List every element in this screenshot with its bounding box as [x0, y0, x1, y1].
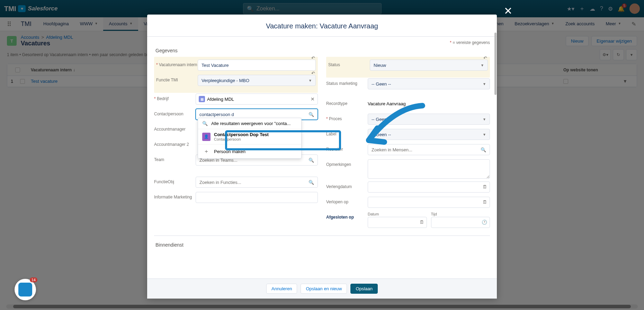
date-verlengdatum[interactable] [368, 181, 490, 193]
user-avatar[interactable] [629, 3, 640, 14]
chevron-down-icon: ▼ [481, 63, 484, 67]
salesforce-icon[interactable]: ☁ [590, 6, 595, 12]
edit-nav-pencil-icon[interactable]: ✎ [627, 17, 641, 31]
chevron-down-icon: ▼ [129, 22, 133, 25]
label-recruiter: Recruiter [326, 144, 368, 152]
setup-gear-icon[interactable]: ⚙ [608, 6, 613, 12]
help-icon[interactable]: ? [600, 6, 603, 12]
chevron-down-icon: ▼ [483, 82, 486, 86]
select-functie-tmi[interactable]: Verpleegkundige - MBO▼ [198, 75, 316, 86]
favorites-icon[interactable]: ★▾ [567, 6, 574, 12]
nav-bezoekverslagen[interactable]: Bezoekverslagen▼ [509, 17, 560, 31]
label-proces: * Proces [326, 114, 368, 121]
autocomplete-result-item[interactable]: 👤 Contactpersoon Dop Test Contactpersoon [198, 129, 301, 144]
label-status-marketing: Status marketing [326, 78, 368, 86]
save-and-new-button[interactable]: Opslaan en nieuw [301, 284, 347, 294]
list-settings-gear-icon[interactable]: ⚙▾ [600, 49, 611, 60]
heart-icon: ♥ [18, 5, 26, 12]
assist-heart-icon [18, 283, 32, 296]
label-vacaturenaam: * Vacaturenaam intern [156, 60, 198, 67]
row-checkbox[interactable] [20, 79, 25, 84]
col-op-website[interactable]: Op website tonen [561, 68, 623, 72]
nav-www[interactable]: WWW▼ [74, 17, 104, 31]
header-utility-icons: ★▾ ＋ ☁ ? ⚙ 🔔5 [567, 3, 640, 14]
row-website-checkbox[interactable] [563, 79, 568, 84]
notifications-bell-icon[interactable]: 🔔5 [618, 6, 625, 12]
lookup-functieobj[interactable]: Zoeken in Functies...🔍 [196, 177, 318, 188]
row-number: 1 [11, 79, 13, 84]
logo-salesforce: Salesforce [28, 5, 57, 12]
breadcrumb-afdeling[interactable]: Afdeling MDL [46, 35, 73, 40]
search-icon: 🔍 [308, 180, 314, 185]
global-search-input[interactable]: 🔍 Zoeken... [243, 3, 382, 14]
account-icon: ▦ [199, 96, 205, 102]
textarea-opmerkingen[interactable] [368, 159, 490, 179]
date-afgesloten-datum[interactable] [368, 217, 427, 228]
clock-icon[interactable]: 🕐 [482, 220, 487, 225]
calendar-icon[interactable]: 🗓 [483, 184, 487, 189]
label-status: Status [328, 60, 370, 67]
modal-close-icon[interactable]: ✕ [504, 5, 512, 17]
date-verlopen-op[interactable] [368, 197, 490, 208]
filter-icon[interactable]: ▾ [626, 49, 637, 60]
assistant-bubble[interactable]: 14 [15, 279, 36, 300]
select-status[interactable]: Nieuw▼ [370, 60, 488, 71]
time-afgesloten-tijd[interactable] [431, 217, 490, 228]
label-team: Team [154, 154, 196, 162]
refresh-icon[interactable]: ↻ [613, 49, 624, 60]
label-opmerkingen: Opmerkingen [326, 159, 368, 167]
assist-badge: 14 [30, 277, 37, 282]
input-informatie-marketing[interactable] [196, 192, 318, 203]
chevron-down-icon: ▼ [483, 133, 486, 136]
undo-icon[interactable]: ↶ [483, 55, 487, 61]
required-note: * = vereiste gegevens [154, 40, 490, 45]
input-vacaturenaam[interactable] [198, 60, 316, 71]
change-owner-button[interactable]: Eigenaar wijzigen [591, 36, 637, 46]
modal-footer: Annuleren Opslaan en nieuw Opslaan [147, 278, 497, 299]
sublabel-tijd: Tijd [431, 212, 490, 216]
breadcrumb: Accounts > Afdeling MDL [21, 35, 73, 40]
calendar-icon[interactable]: 🗓 [483, 200, 487, 205]
section-binnendienst: Binnendienst [155, 242, 490, 248]
chip-bedrijf[interactable]: ▦ Afdeling MDL ✕ [196, 94, 318, 105]
calendar-icon[interactable]: 🗓 [420, 220, 424, 225]
lookup-recruiter[interactable]: Zoeken in Mensen...🔍 [368, 144, 490, 155]
select-status-marketing[interactable]: -- Geen --▼ [368, 78, 490, 89]
nav-accounts[interactable]: Accounts▼ [103, 17, 138, 31]
label-bedrijf: * Bedrijf [154, 94, 196, 101]
autocomplete-all-results[interactable]: 🔍 Alle resultaten weergeven voor "conta.… [198, 118, 301, 129]
list-meta-text: 1 item • Gesorteerd op Vacaturenaam inte… [7, 52, 160, 57]
label-accountmanager2: Accountmanager 2 [154, 139, 196, 147]
select-proces[interactable]: -- Geen --▼ [368, 114, 490, 125]
logo-text: TMI [4, 5, 16, 13]
cancel-button[interactable]: Annuleren [266, 284, 297, 294]
undo-icon[interactable]: ↶ [311, 55, 315, 61]
save-button[interactable]: Opslaan [350, 284, 377, 294]
autocomplete-create-new[interactable]: ＋ Persoon maken [198, 144, 301, 158]
label-recordtype: Recordtype [326, 98, 368, 106]
nav-hoofdpagina[interactable]: Hoofdpagina [38, 17, 74, 31]
row-actions-menu-icon[interactable]: ▼ [623, 79, 627, 84]
bell-badge: 5 [622, 3, 627, 8]
undo-icon[interactable]: ↶ [311, 71, 315, 76]
chevron-down-icon: ▼ [483, 117, 486, 121]
contact-icon: 👤 [202, 133, 211, 141]
chevron-down-icon: ▼ [551, 22, 554, 25]
select-all-checkbox[interactable] [15, 68, 20, 72]
search-icon: 🔍 [202, 121, 208, 126]
remove-chip-icon[interactable]: ✕ [311, 96, 315, 102]
label-functieobj: FunctieObj [154, 177, 196, 184]
breadcrumb-accounts[interactable]: Accounts [21, 35, 39, 40]
nav-meer[interactable]: Meer▼ [600, 17, 627, 31]
new-button[interactable]: Nieuw [566, 36, 589, 46]
search-icon: 🔍 [481, 147, 486, 152]
horizontal-scrollbar[interactable] [6, 304, 638, 309]
section-gegevens: Gegevens [155, 48, 490, 53]
label-functie-tmi: Functie TMI [156, 75, 198, 82]
add-icon[interactable]: ＋ [579, 5, 585, 12]
nav-zoek-accounts[interactable]: Zoek accounts [560, 17, 600, 31]
label-verlopen-op: Verlopen op [326, 197, 368, 204]
app-launcher-icon[interactable]: ⠿ [3, 17, 15, 31]
chevron-down-icon: ▼ [618, 22, 621, 25]
select-label[interactable]: -- Geen --▼ [368, 129, 490, 140]
